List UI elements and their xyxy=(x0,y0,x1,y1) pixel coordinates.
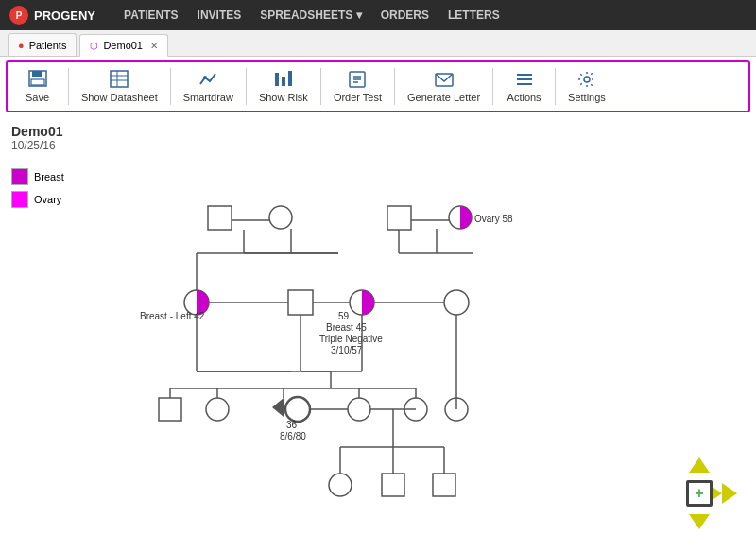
svg-rect-24 xyxy=(387,206,411,230)
svg-point-47 xyxy=(444,290,469,315)
nav-plus-icon: + xyxy=(695,486,703,501)
svg-point-7 xyxy=(203,76,207,79)
save-button[interactable]: Save xyxy=(11,66,63,107)
logo-icon: P xyxy=(9,6,28,25)
show-risk-label: Show Risk xyxy=(259,92,308,103)
tab-demo-icon: ⬡ xyxy=(90,41,98,51)
order-test-button[interactable]: Order Test xyxy=(326,66,389,107)
smartdraw-label: Smartdraw xyxy=(183,92,233,103)
show-risk-button[interactable]: Show Risk xyxy=(251,66,316,107)
sep4 xyxy=(320,68,321,105)
generate-letter-label: Generate Letter xyxy=(407,92,480,103)
svg-rect-2 xyxy=(31,79,44,85)
patient-name: Demo01 xyxy=(11,124,745,139)
main-content: Demo01 10/25/16 Breast Ovary Ovary 58 xyxy=(0,116,756,552)
smartdraw-icon xyxy=(197,70,219,89)
legend-ovary: Ovary xyxy=(11,191,64,208)
nav-menu: PATIENTS INVITES SPREADSHEETS ORDERS LET… xyxy=(124,9,500,22)
legend-ovary-label: Ovary xyxy=(34,194,61,205)
nav-down-arrow[interactable] xyxy=(689,514,710,529)
svg-point-64 xyxy=(285,397,310,422)
tab-demo-label: Demo01 xyxy=(103,40,143,51)
nav-spreadsheets[interactable]: SPREADSHEETS xyxy=(260,9,361,22)
nav-orders[interactable]: ORDERS xyxy=(381,9,429,22)
svg-text:Ovary  58: Ovary 58 xyxy=(474,214,513,224)
nav-patients[interactable]: PATIENTS xyxy=(124,9,179,22)
toolbar: Save Show Datasheet Smartdraw Show Risk … xyxy=(6,60,750,112)
svg-rect-9 xyxy=(282,77,285,86)
svg-rect-39 xyxy=(288,290,313,315)
nav-control: + xyxy=(662,456,737,531)
sep2 xyxy=(170,68,171,105)
svg-marker-62 xyxy=(272,398,284,417)
svg-point-68 xyxy=(348,398,370,421)
show-datasheet-button[interactable]: Show Datasheet xyxy=(74,66,165,107)
svg-text:3/10/57: 3/10/57 xyxy=(331,345,363,355)
nav-right-arrow1[interactable] xyxy=(722,483,737,504)
sep1 xyxy=(68,68,69,105)
svg-text:36: 36 xyxy=(286,420,298,430)
actions-label: Actions xyxy=(507,92,541,103)
tab-patients[interactable]: ● Patients xyxy=(8,33,77,56)
svg-point-19 xyxy=(584,77,590,82)
sep7 xyxy=(555,68,556,105)
tab-bar: ● Patients ⬡ Demo01 ✕ xyxy=(0,30,756,57)
legend-breast: Breast xyxy=(11,168,64,185)
settings-icon xyxy=(576,70,598,89)
tab-patients-dot: ● xyxy=(18,40,25,51)
actions-icon xyxy=(513,70,536,89)
generate-letter-button[interactable]: Generate Letter xyxy=(400,66,488,107)
tab-demo01[interactable]: ⬡ Demo01 ✕ xyxy=(79,34,168,57)
svg-text:Breast - Left  42: Breast - Left 42 xyxy=(140,311,205,321)
nav-center-button[interactable]: + xyxy=(686,480,713,507)
legend: Breast Ovary xyxy=(11,168,64,214)
nav-letters[interactable]: LETTERS xyxy=(448,9,500,22)
logo-text: PROGENY xyxy=(34,9,95,23)
legend-breast-label: Breast xyxy=(34,171,64,182)
datasheet-icon xyxy=(108,70,130,89)
svg-text:Breast  45: Breast 45 xyxy=(326,322,367,333)
svg-rect-3 xyxy=(111,71,128,87)
actions-button[interactable]: Actions xyxy=(498,66,550,107)
svg-text:59: 59 xyxy=(338,311,350,321)
risk-icon xyxy=(272,70,295,89)
svg-rect-8 xyxy=(275,73,279,86)
legend-ovary-box xyxy=(11,191,28,208)
nav-up-arrow[interactable] xyxy=(689,457,710,473)
sep5 xyxy=(394,68,395,105)
legend-breast-box xyxy=(11,168,28,185)
tab-patients-label: Patients xyxy=(29,40,67,51)
svg-rect-10 xyxy=(288,71,292,86)
save-label: Save xyxy=(26,92,49,103)
smartdraw-button[interactable]: Smartdraw xyxy=(176,66,241,107)
order-test-label: Order Test xyxy=(334,92,382,103)
sep3 xyxy=(246,68,247,105)
settings-label: Settings xyxy=(568,92,606,103)
settings-button[interactable]: Settings xyxy=(560,66,613,107)
top-nav: P PROGENY PATIENTS INVITES SPREADSHEETS … xyxy=(0,0,756,30)
tab-close-button[interactable]: ✕ xyxy=(150,41,158,51)
svg-text:Triple Negative: Triple Negative xyxy=(319,334,383,344)
svg-point-60 xyxy=(206,398,229,421)
letter-icon xyxy=(433,70,455,89)
svg-rect-1 xyxy=(32,71,42,77)
svg-rect-83 xyxy=(433,474,455,496)
show-datasheet-label: Show Datasheet xyxy=(81,92,158,103)
svg-point-79 xyxy=(329,474,352,496)
svg-rect-58 xyxy=(159,398,181,421)
save-icon xyxy=(26,70,49,89)
svg-point-22 xyxy=(269,206,292,229)
nav-invites[interactable]: INVITES xyxy=(198,9,242,22)
order-icon xyxy=(346,70,369,89)
pedigree-diagram[interactable]: Ovary 58 Breast - Left 42 59 Breast 45 xyxy=(85,145,728,552)
svg-rect-81 xyxy=(382,474,404,496)
logo: P PROGENY xyxy=(9,6,95,25)
sep6 xyxy=(492,68,493,105)
svg-rect-21 xyxy=(208,206,232,230)
svg-text:8/6/80: 8/6/80 xyxy=(280,431,306,441)
